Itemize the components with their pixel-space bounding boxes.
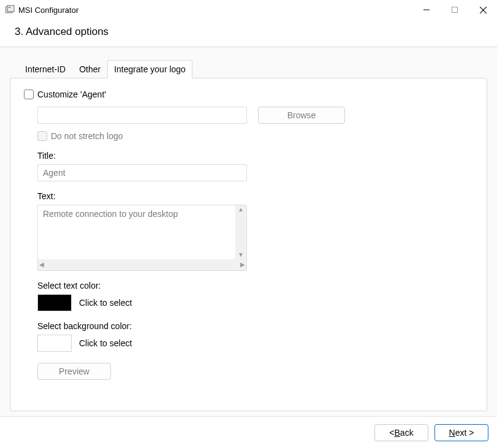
- title-label: Title:: [37, 151, 473, 161]
- select-text-color-label: Select text color:: [37, 281, 473, 290]
- logo-path-input[interactable]: [37, 107, 247, 124]
- tab-internet-id[interactable]: Internet-ID: [18, 60, 72, 78]
- close-button[interactable]: [469, 0, 497, 20]
- minimize-button[interactable]: [412, 0, 441, 20]
- customize-agent-label: Customize 'Agent': [37, 89, 106, 99]
- svg-rect-1: [7, 6, 14, 12]
- tab-other[interactable]: Other: [72, 60, 107, 78]
- text-textarea[interactable]: Remote connection to your desktop ▲ ▼ ◀ …: [37, 205, 247, 271]
- text-label: Text:: [37, 191, 473, 201]
- tab-panel: Customize 'Agent' Browse Do not stretch …: [10, 78, 487, 411]
- svg-rect-4: [452, 7, 458, 13]
- scroll-down-icon: ▼: [238, 252, 244, 258]
- page-heading: 3. Advanced options: [0, 20, 497, 47]
- text-color-hint: Click to select: [79, 298, 132, 308]
- scroll-up-icon: ▲: [238, 207, 244, 213]
- no-stretch-label: Do not stretch logo: [51, 131, 123, 141]
- app-icon: [5, 5, 15, 15]
- no-stretch-checkbox[interactable]: [37, 131, 47, 141]
- scroll-left-icon: ◀: [39, 262, 44, 268]
- title-input[interactable]: [37, 164, 247, 181]
- bg-color-swatch[interactable]: [37, 335, 72, 352]
- tab-integrate-logo[interactable]: Integrate your logo: [107, 60, 192, 78]
- customize-agent-checkbox[interactable]: [24, 89, 34, 99]
- back-button[interactable]: < Back: [374, 424, 428, 441]
- bg-color-hint: Click to select: [79, 338, 132, 348]
- tabbar: Internet-ID Other Integrate your logo: [18, 59, 487, 78]
- titlebar: MSI Configurator: [0, 0, 497, 20]
- window-title: MSI Configurator: [18, 6, 78, 15]
- text-color-swatch[interactable]: [37, 294, 72, 311]
- browse-button[interactable]: Browse: [258, 107, 345, 124]
- horizontal-scrollbar[interactable]: ◀ ▶: [38, 259, 246, 270]
- svg-rect-2: [9, 7, 10, 8]
- scroll-right-icon: ▶: [240, 262, 245, 268]
- wizard-footer: < Back Next >: [0, 416, 497, 448]
- preview-button[interactable]: Preview: [37, 363, 111, 380]
- select-bg-color-label: Select background color:: [37, 321, 473, 331]
- text-content: Remote connection to your desktop: [38, 205, 235, 259]
- vertical-scrollbar[interactable]: ▲ ▼: [235, 205, 246, 259]
- next-button[interactable]: Next >: [434, 424, 488, 441]
- content-area: Internet-ID Other Integrate your logo Cu…: [0, 47, 497, 419]
- maximize-button[interactable]: [441, 0, 469, 20]
- customize-agent-checkbox-row[interactable]: Customize 'Agent': [24, 89, 473, 99]
